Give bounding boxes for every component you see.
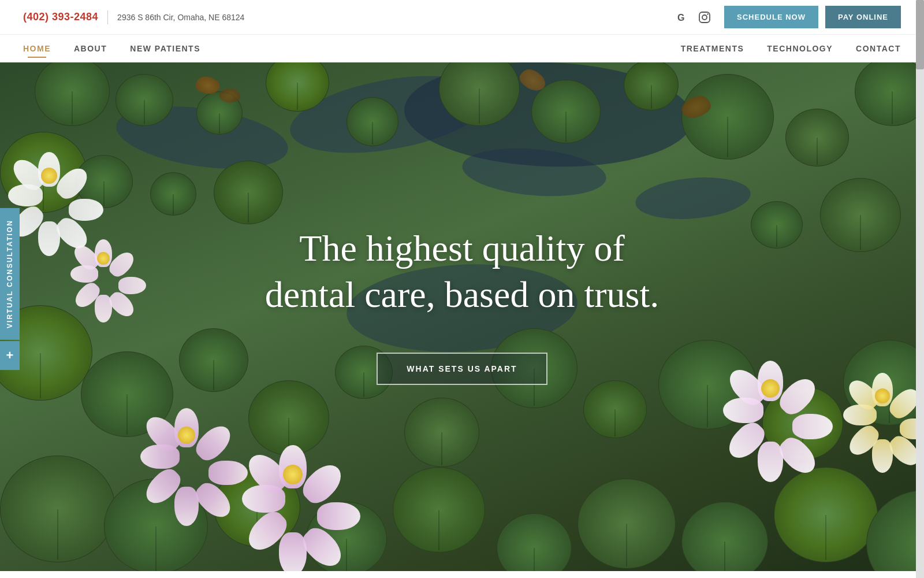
svg-point-3 [702,15,707,20]
nav-contact[interactable]: CONTACT [856,35,901,62]
schedule-now-button[interactable]: SCHEDULE NOW [724,6,818,28]
main-nav: HOME ABOUT NEW PATIENTS TREATMENTS TECHN… [0,35,924,62]
nav-left: HOME ABOUT NEW PATIENTS [23,35,200,62]
scrollbar[interactable] [916,0,924,578]
nav-right: TREATMENTS TECHNOLOGY CONTACT [681,35,901,62]
instagram-icon[interactable] [696,9,713,25]
hero-overlay: The highest quality of dental care, base… [0,62,924,571]
virtual-consultation-tab[interactable]: VIRTUAL CONSULTATION [0,208,20,340]
svg-point-4 [707,13,708,14]
virtual-plus-button[interactable]: + [0,341,20,370]
address: 2936 S 86th Cir, Omaha, NE 68124 [117,13,244,22]
nav-about[interactable]: ABOUT [74,35,107,62]
hero-section: The highest quality of dental care, base… [0,62,924,571]
hero-headline: The highest quality of dental care, base… [265,225,659,318]
pay-online-button[interactable]: PAY ONLINE [825,6,901,28]
what-sets-us-apart-button[interactable]: WHAT SETS US APART [377,353,547,385]
phone-number[interactable]: (402) 393-2484 [23,11,98,23]
header-top: (402) 393-2484 2936 S 86th Cir, Omaha, N… [0,0,924,35]
svg-text:G: G [677,13,684,23]
social-icons: G [675,9,713,25]
scrollbar-thumb[interactable] [916,0,924,69]
nav-technology[interactable]: TECHNOLOGY [767,35,833,62]
virtual-consultation-sidebar: VIRTUAL CONSULTATION + [0,208,20,370]
nav-treatments[interactable]: TREATMENTS [681,35,744,62]
vertical-divider [107,10,108,24]
header-actions: G SCHEDULE NOW PAY ONLINE [675,6,901,28]
header-contact-info: (402) 393-2484 2936 S 86th Cir, Omaha, N… [23,10,244,24]
nav-new-patients[interactable]: NEW PATIENTS [130,35,200,62]
nav-home[interactable]: HOME [23,35,51,62]
header: (402) 393-2484 2936 S 86th Cir, Omaha, N… [0,0,924,62]
google-icon[interactable]: G [675,9,691,25]
